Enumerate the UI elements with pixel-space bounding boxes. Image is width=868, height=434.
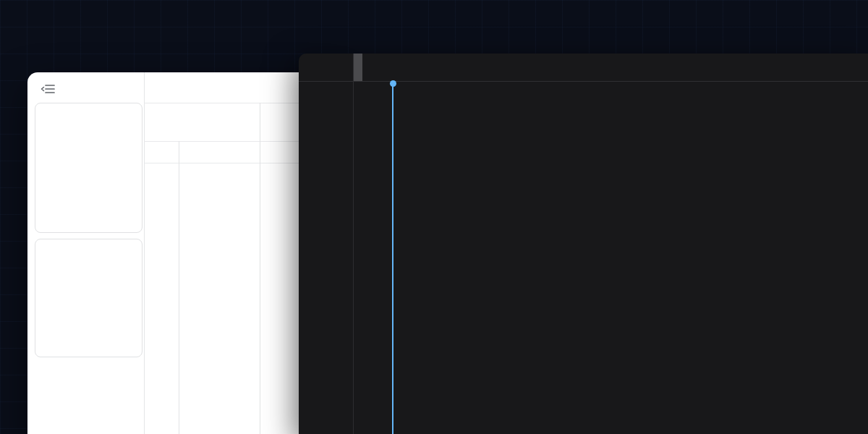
resource-title-header <box>299 54 353 81</box>
collapse-sidebar-icon <box>41 85 55 96</box>
day-column-line <box>260 103 260 434</box>
prev-month-button[interactable] <box>116 109 128 120</box>
card-divider <box>144 72 145 434</box>
sidebar-collapse-button[interactable] <box>40 83 56 96</box>
month-strip <box>353 54 362 81</box>
current-time-dot <box>390 80 396 87</box>
time-gutter-line <box>179 141 179 434</box>
header-bottom-line <box>299 81 868 82</box>
timeline-panel <box>299 54 868 434</box>
next-month-button[interactable] <box>132 109 143 120</box>
resource-column-line <box>353 54 354 434</box>
current-time-line <box>392 81 393 434</box>
mini-calendar <box>35 103 142 233</box>
resources-panel <box>35 239 142 357</box>
calendar-card <box>27 72 339 434</box>
